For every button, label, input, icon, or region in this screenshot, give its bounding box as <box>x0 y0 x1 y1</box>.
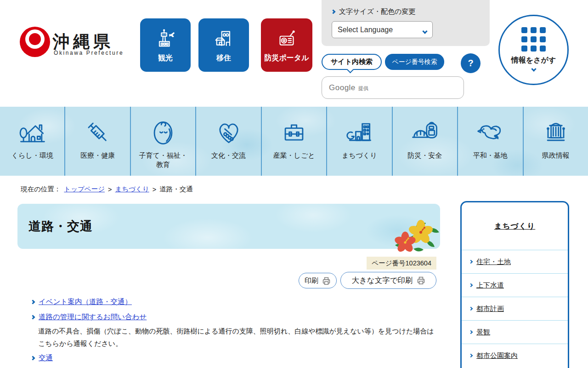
sidebar-header: まちづくり <box>462 202 568 250</box>
sidebar-item-keikan[interactable]: 景観 <box>462 320 568 344</box>
chevron-right-icon <box>31 356 35 361</box>
list-item: イベント案内（道路・交通） <box>31 297 441 307</box>
list-item: 道路の管理に関するお問い合わせ <box>31 312 441 322</box>
font-size-settings-link[interactable]: 文字サイズ・配色の変更 <box>332 7 415 16</box>
breadcrumb-link-machizukuri[interactable]: まちづくり <box>115 185 149 194</box>
chevron-right-icon <box>469 354 473 357</box>
nav-item-kosodate[interactable]: 子育て・福祉・教育 <box>131 107 196 176</box>
road-management-description: 道路の不具合、損傷（穴ぼこ、動物の死骸、街路樹による通行の支障、照明切れ、白線や… <box>38 325 441 350</box>
briefcase-icon <box>278 117 310 148</box>
chevron-right-icon <box>31 300 35 305</box>
sidebar-item-toshikeikaku[interactable]: 都市計画 <box>462 297 568 320</box>
site-title-en: Okinawa Prefecture <box>54 50 124 56</box>
house-tree-icon <box>17 117 48 148</box>
sidebar-item-label: 住宅・土地 <box>476 258 511 266</box>
government-building-icon <box>540 117 571 148</box>
tourism-button[interactable]: 観光 <box>140 18 191 72</box>
nav-item-machizukuri[interactable]: まちづくり <box>327 107 392 176</box>
page-number-badge: ページ番号1023604 <box>367 257 436 270</box>
chevron-down-icon <box>531 66 536 71</box>
site-search-input[interactable]: Google 提供 <box>322 76 464 99</box>
list-item: 交通 <box>31 353 441 363</box>
machizukuri-sidebar: まちづくり 住宅・土地 上下水道 都市計画 景観 都市公園案内 <box>460 201 569 368</box>
nav-item-bunka[interactable]: 文化・交流 <box>196 107 261 176</box>
page-title: 道路・交通 <box>28 218 93 235</box>
chevron-right-icon <box>31 315 35 320</box>
chevron-right-icon <box>469 307 473 310</box>
page-number-search-tab[interactable]: ページ番号検索 <box>385 54 444 70</box>
site-search-tab-label: サイト内検索 <box>331 58 373 66</box>
grid-menu-icon <box>521 27 546 52</box>
road-management-contact-link[interactable]: 道路の管理に関するお問い合わせ <box>39 312 147 322</box>
sidebar-item-label: 都市計画 <box>476 305 504 313</box>
page-number-search-label: ページ番号検索 <box>392 58 437 66</box>
breadcrumb: 現在の位置： トップページ > まちづくり > 道路・交通 <box>21 185 193 194</box>
helmet-backpack-icon <box>409 117 441 148</box>
breadcrumb-separator: > <box>153 186 156 193</box>
nav-item-iryo[interactable]: 医療・健康 <box>65 107 130 176</box>
chevron-right-icon <box>469 260 473 264</box>
sidebar-item-toshikoen[interactable]: 都市公園案内 <box>462 344 568 367</box>
breadcrumb-separator: > <box>108 186 112 193</box>
baby-icon <box>147 117 179 148</box>
traffic-link[interactable]: 交通 <box>39 353 53 363</box>
content-link-list: イベント案内（道路・交通） 道路の管理に関するお問い合わせ 道路の不具合、損傷（… <box>31 297 441 368</box>
radio-icon <box>275 28 299 52</box>
town-buildings-icon <box>344 117 375 148</box>
print-button[interactable]: 印刷 <box>299 273 337 288</box>
print-button-label: 印刷 <box>305 276 318 285</box>
print-large-text-button[interactable]: 大きな文字で印刷 <box>340 272 436 289</box>
google-provided-label: 提供 <box>358 85 368 92</box>
tab-pointer <box>347 66 354 74</box>
font-size-settings-label: 文字サイズ・配色の変更 <box>339 7 415 16</box>
disaster-portal-button-label: 防災ポータル <box>264 53 309 63</box>
printer-icon <box>417 276 425 285</box>
language-select[interactable]: Select Language <box>332 21 433 38</box>
breadcrumb-prefix: 現在の位置： <box>21 185 61 194</box>
breadcrumb-current: 道路・交通 <box>159 185 193 194</box>
find-info-label: 情報をさがす <box>511 56 556 65</box>
sidebar-item-label: 都市公園案内 <box>476 351 518 360</box>
sidebar-item-jutaku[interactable]: 住宅・土地 <box>462 250 568 273</box>
sidebar-title-link[interactable]: まちづくり <box>494 221 535 231</box>
handshake-heart-icon <box>213 117 244 148</box>
okinawa-prefecture-page: 沖縄県 Okinawa Prefecture 観光 移住 <box>0 0 588 368</box>
okinawa-logo-icon <box>20 27 50 57</box>
nav-item-kensei[interactable]: 県政情報 <box>524 107 588 176</box>
disaster-portal-button[interactable]: 防災ポータル <box>261 18 312 72</box>
question-mark-icon: ? <box>468 58 473 69</box>
tourism-button-label: 観光 <box>158 53 173 63</box>
find-info-button[interactable]: 情報をさがす <box>498 15 569 85</box>
site-search-tab[interactable]: サイト内検索 <box>322 54 382 70</box>
category-nav: くらし・環境 医療・健康 子育て・福祉・教育 <box>0 107 588 176</box>
nav-item-bosai[interactable]: 防災・安全 <box>393 107 458 176</box>
breadcrumb-link-top[interactable]: トップページ <box>64 185 105 194</box>
sidebar-item-jogesuido[interactable]: 上下水道 <box>462 273 568 297</box>
page-title-band: 道路・交通 <box>17 204 440 249</box>
chevron-right-icon <box>469 283 473 287</box>
dove-icon <box>475 117 506 148</box>
help-button[interactable]: ? <box>461 53 481 73</box>
chevron-right-icon <box>331 10 336 14</box>
hibiscus-flowers-image <box>392 217 440 254</box>
airport-tower-icon <box>153 28 177 52</box>
chevron-right-icon <box>469 330 473 334</box>
print-large-text-label: 大きな文字で印刷 <box>351 276 413 286</box>
language-select-wrap: Select Language <box>332 21 433 38</box>
nav-item-heiwa[interactable]: 平和・基地 <box>458 107 523 176</box>
migration-button-label: 移住 <box>216 53 231 63</box>
site-logo[interactable]: 沖縄県 Okinawa Prefecture <box>20 26 139 58</box>
syringe-icon <box>82 117 113 148</box>
nav-item-sangyo[interactable]: 産業・しごと <box>262 107 327 176</box>
google-wordmark: Google <box>329 83 356 92</box>
sidebar-item-label: 上下水道 <box>476 281 504 290</box>
residence-buildings-icon <box>212 28 236 52</box>
nav-item-kurashi[interactable]: くらし・環境 <box>0 107 65 176</box>
utility-panel: 文字サイズ・配色の変更 Select Language <box>322 0 490 46</box>
printer-icon <box>322 276 331 285</box>
migration-button[interactable]: 移住 <box>198 18 249 72</box>
event-info-link[interactable]: イベント案内（道路・交通） <box>39 297 132 307</box>
sidebar-item-label: 景観 <box>476 328 490 337</box>
